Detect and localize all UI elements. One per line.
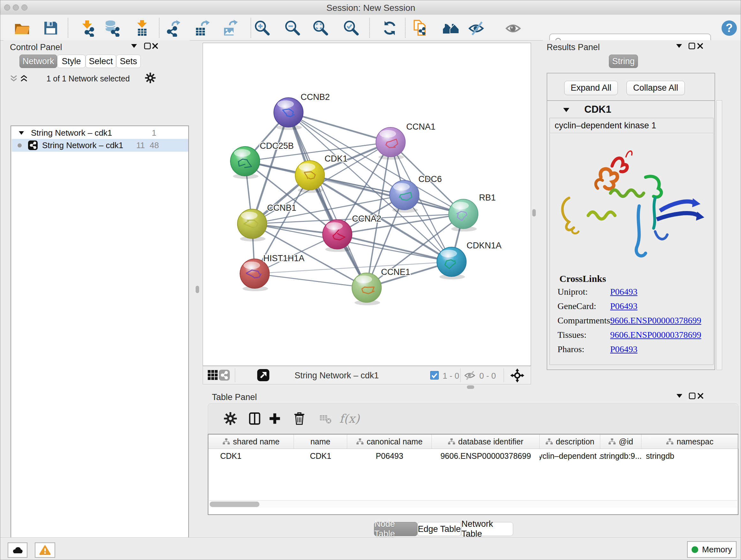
tab-sets[interactable]: Sets xyxy=(116,55,141,68)
results-scrollbar[interactable] xyxy=(717,100,722,370)
help-icon[interactable]: ? xyxy=(720,19,738,37)
function-builder-fx-icon[interactable]: f(x) xyxy=(340,409,359,428)
float-panel-menu-icon[interactable] xyxy=(676,44,682,48)
horizontal-scrollbar[interactable] xyxy=(209,500,737,508)
show-columns-icon[interactable] xyxy=(245,409,265,428)
cell-name[interactable]: CDK1 xyxy=(294,449,347,463)
expand-all-networks-icon[interactable] xyxy=(19,75,28,82)
column-header-canonical-name[interactable]: canonical name xyxy=(347,435,432,449)
tab-node-table[interactable]: Node Table xyxy=(374,522,417,536)
float-panel-menu-icon[interactable] xyxy=(677,394,682,398)
cell-database-identifier[interactable]: 9606.ENSP00000378699 xyxy=(432,449,540,463)
hide-graphics-details-icon[interactable] xyxy=(468,19,485,37)
crosslink-row: GeneCard:P06493 xyxy=(557,301,713,315)
node-CDKN1A[interactable] xyxy=(437,247,466,279)
crosslink-link[interactable]: P06493 xyxy=(610,287,637,297)
network-row-selected[interactable]: String Network – cdk1 11 48 xyxy=(12,139,188,152)
node-CDK1[interactable] xyxy=(295,161,325,193)
column-header--id[interactable]: @id xyxy=(600,435,642,449)
column-header-name[interactable]: name xyxy=(294,435,347,449)
collapse-section-icon[interactable] xyxy=(563,108,569,112)
copy-network-icon[interactable] xyxy=(411,19,429,37)
network-options-gear-icon[interactable] xyxy=(145,72,156,84)
edge-CCNA2-CDKN1A[interactable] xyxy=(337,234,452,262)
float-panel-icon[interactable] xyxy=(688,43,695,50)
export-network-icon[interactable] xyxy=(164,19,182,37)
zoom-out-icon[interactable] xyxy=(284,19,301,37)
node-CCNB1[interactable] xyxy=(238,209,267,241)
cell-namespac[interactable]: stringdb xyxy=(642,449,738,463)
apply-layout-icon[interactable] xyxy=(381,19,399,37)
crosslink-link[interactable]: 9606.ENSP00000378699 xyxy=(610,315,701,326)
crosslink-link[interactable]: P06493 xyxy=(610,344,637,354)
collapse-collection-icon[interactable] xyxy=(19,131,24,135)
right-splitter-handle[interactable] xyxy=(532,209,536,216)
network-collection-row[interactable]: String Network – cdk1 1 xyxy=(12,127,188,139)
fit-selected-crosshair-icon[interactable] xyxy=(510,368,524,382)
column-header-description[interactable]: description xyxy=(540,435,600,449)
show-graphics-details-icon[interactable] xyxy=(504,19,522,37)
tab-network[interactable]: Network xyxy=(19,55,57,68)
column-header-database-identifier[interactable]: database identifier xyxy=(432,435,540,449)
tab-string[interactable]: String xyxy=(609,55,638,68)
zoom-selected-icon[interactable] xyxy=(342,19,360,37)
network-view-icon[interactable] xyxy=(219,370,230,381)
save-session-icon[interactable] xyxy=(42,19,60,37)
birds-eye-view-icon[interactable] xyxy=(257,369,269,381)
tab-select[interactable]: Select xyxy=(85,55,116,68)
zoom-fit-content-icon[interactable] xyxy=(312,19,330,37)
cell-description[interactable]: cyclin–dependent ... xyxy=(540,449,600,463)
edge-HIST1H1A-CCNE1[interactable] xyxy=(255,273,367,288)
delete-table-icon[interactable] xyxy=(316,409,336,428)
grid-view-icon[interactable] xyxy=(207,370,218,381)
open-session-icon[interactable] xyxy=(13,19,31,37)
import-network-file-icon[interactable] xyxy=(78,19,96,37)
node-CDC6[interactable] xyxy=(390,180,419,212)
float-panel-menu-icon[interactable] xyxy=(131,44,137,48)
node-CCNA2[interactable] xyxy=(323,220,352,252)
collection-count: 1 xyxy=(152,128,156,138)
toolbar-separator xyxy=(235,368,235,382)
tab-edge-table[interactable]: Edge Table xyxy=(417,522,461,536)
cell--id[interactable]: stringdb:9... xyxy=(600,449,642,463)
close-panel-icon[interactable] xyxy=(697,392,704,399)
add-column-icon[interactable] xyxy=(265,409,285,428)
left-splitter-handle[interactable] xyxy=(196,286,199,293)
delete-column-trash-icon[interactable] xyxy=(289,409,309,428)
memory-button[interactable]: Memory xyxy=(687,541,737,558)
cloud-status-button[interactable] xyxy=(8,543,27,558)
column-header-namespac[interactable]: namespac xyxy=(642,435,738,449)
node-CCNA1[interactable] xyxy=(376,127,405,160)
selected-checkbox-icon[interactable] xyxy=(430,371,439,380)
crosslink-link[interactable]: 9606.ENSP00000378699 xyxy=(610,330,701,340)
expand-all-button[interactable]: Expand All xyxy=(564,81,618,95)
edge-CCNB2-CCNA1[interactable] xyxy=(288,112,391,142)
node-HIST1H1A[interactable] xyxy=(240,259,269,291)
collapse-all-networks-icon[interactable] xyxy=(9,75,18,82)
collapse-all-button[interactable]: Collapse All xyxy=(626,81,685,95)
node-CCNE1[interactable] xyxy=(352,273,381,305)
close-panel-icon[interactable] xyxy=(697,43,704,50)
close-panel-icon[interactable] xyxy=(151,43,158,50)
warning-status-button[interactable] xyxy=(35,543,55,558)
home-icon[interactable] xyxy=(442,19,460,37)
scrollbar-thumb[interactable] xyxy=(210,502,259,507)
float-panel-icon[interactable] xyxy=(689,392,696,399)
bottom-splitter-handle[interactable] xyxy=(467,385,474,389)
import-table-file-icon[interactable] xyxy=(133,19,151,37)
table-settings-gear-icon[interactable] xyxy=(220,409,240,428)
export-image-icon[interactable] xyxy=(221,19,239,37)
tab-style[interactable]: Style xyxy=(57,55,85,68)
crosslink-row: Tissues:9606.ENSP00000378699 xyxy=(557,330,713,344)
cell-canonical-name[interactable]: P06493 xyxy=(347,449,432,463)
node-RB1[interactable] xyxy=(449,199,478,232)
node-CDC25B[interactable] xyxy=(230,146,260,179)
tab-network-table[interactable]: Network Table xyxy=(461,522,513,536)
import-network-database-icon[interactable] xyxy=(103,19,121,37)
cell-shared-name[interactable]: CDK1 xyxy=(208,449,294,463)
column-header-shared-name[interactable]: shared name xyxy=(208,435,294,449)
float-panel-icon[interactable] xyxy=(144,43,151,50)
crosslink-link[interactable]: P06493 xyxy=(610,301,637,311)
zoom-in-icon[interactable] xyxy=(253,19,271,37)
export-table-icon[interactable] xyxy=(193,19,211,37)
